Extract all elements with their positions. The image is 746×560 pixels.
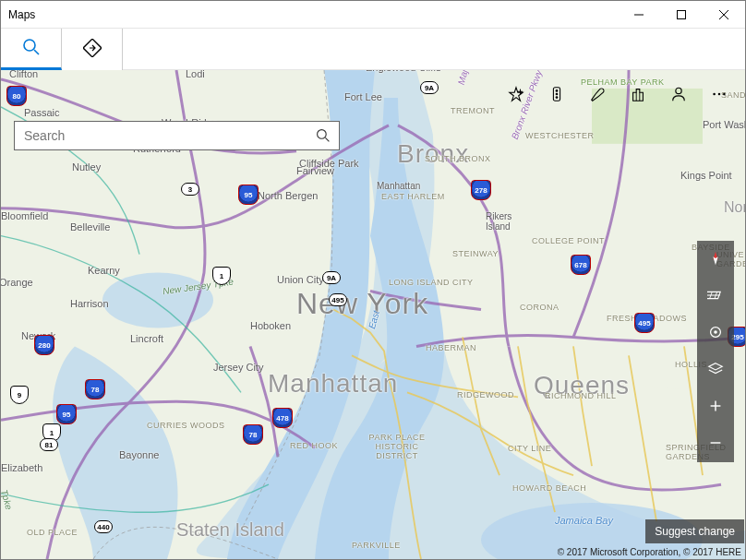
map-canvas[interactable]: New York Bronx Manhattan Queens Staten I…	[1, 70, 745, 559]
copyright-label: © 2017 Microsoft Corporation, © 2017 HER…	[558, 547, 741, 557]
app-window: Maps	[0, 0, 746, 560]
maximize-button[interactable]	[660, 1, 703, 29]
svg-point-21	[676, 88, 681, 93]
svg-rect-1	[678, 10, 686, 18]
svg-point-23	[718, 92, 721, 95]
traffic-icon	[548, 86, 565, 105]
pen-icon	[589, 86, 606, 105]
toolbar-filler	[123, 29, 745, 70]
zoom-in-button[interactable]	[697, 388, 734, 425]
svg-point-11	[318, 130, 327, 139]
content-area: New York Bronx Manhattan Queens Staten I…	[1, 29, 745, 559]
traffic-button[interactable]	[536, 75, 577, 115]
minimize-button[interactable]	[618, 1, 660, 29]
map-side-controls	[697, 241, 734, 462]
zoom-out-button[interactable]	[697, 425, 734, 462]
locate-icon	[707, 324, 724, 343]
saved-places-button[interactable]	[496, 75, 536, 115]
plus-icon	[707, 398, 724, 417]
tab-search[interactable]	[1, 29, 62, 70]
search-icon	[22, 38, 41, 59]
svg-point-30	[714, 330, 717, 334]
rotate-button[interactable]	[697, 241, 734, 278]
quickbar	[496, 75, 740, 115]
ellipsis-icon	[711, 86, 728, 105]
building-icon	[630, 86, 646, 105]
svg-point-4	[24, 40, 35, 51]
locate-button[interactable]	[697, 315, 734, 351]
tilt-button[interactable]	[697, 278, 734, 315]
more-button[interactable]	[699, 75, 740, 115]
me-button[interactable]	[658, 75, 699, 115]
tab-directions[interactable]	[62, 29, 123, 70]
person-icon	[670, 86, 687, 105]
svg-point-16	[556, 89, 559, 92]
directions-icon	[83, 39, 102, 60]
tilt-icon	[707, 287, 724, 306]
mode-toolbar	[1, 29, 745, 70]
svg-point-22	[713, 92, 716, 95]
titlebar: Maps	[1, 1, 745, 29]
search-submit-icon[interactable]	[307, 128, 339, 143]
map-views-button[interactable]	[697, 351, 734, 388]
3d-cities-button[interactable]	[618, 75, 658, 115]
star-icon	[508, 86, 524, 105]
layers-icon	[707, 361, 724, 380]
svg-line-5	[34, 50, 39, 54]
ink-button[interactable]	[577, 75, 618, 115]
svg-point-18	[556, 96, 559, 99]
svg-point-24	[723, 92, 726, 95]
search-box	[14, 121, 340, 150]
minus-icon	[707, 435, 724, 454]
svg-point-17	[556, 92, 559, 95]
svg-line-12	[325, 137, 329, 141]
window-title: Maps	[8, 8, 35, 21]
close-button[interactable]	[703, 1, 745, 29]
suggest-change-button[interactable]: Suggest change	[645, 519, 744, 543]
search-input[interactable]	[15, 122, 307, 149]
compass-icon	[707, 250, 724, 269]
